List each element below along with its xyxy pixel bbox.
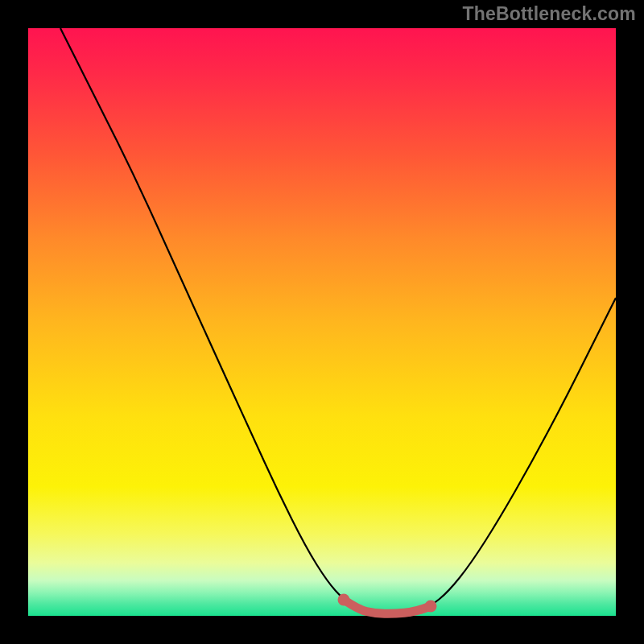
- watermark-text: TheBottleneck.com: [462, 3, 636, 25]
- chart-frame: TheBottleneck.com: [0, 0, 644, 644]
- plot-area: [28, 28, 616, 616]
- highlight-start-dot: [338, 594, 350, 606]
- chart-svg: [28, 28, 616, 616]
- highlight-end-dot: [425, 601, 437, 613]
- optimal-range-highlight: [344, 600, 431, 613]
- bottleneck-curve: [60, 28, 616, 613]
